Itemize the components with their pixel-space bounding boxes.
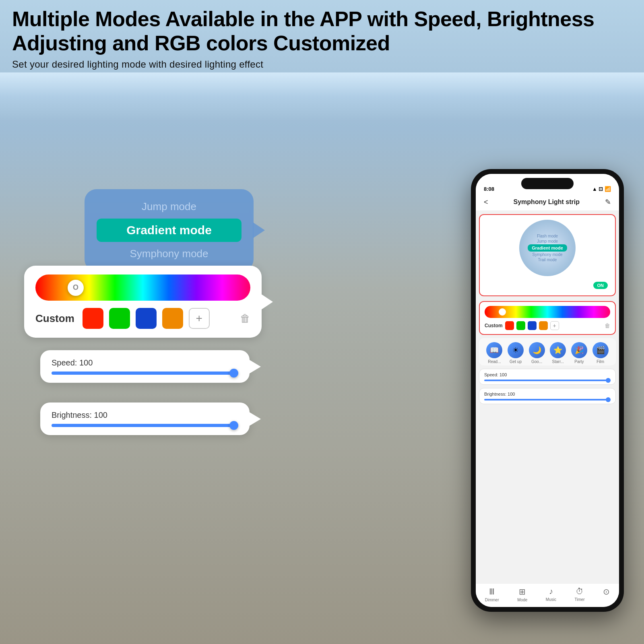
- phone-speed-label: Speed: 100: [484, 372, 611, 377]
- preset-getup-icon: ☀: [508, 342, 524, 358]
- speed-bubble: Speed: 100: [40, 350, 250, 383]
- phone-swatch-orange[interactable]: [539, 321, 548, 330]
- phone-speed-thumb[interactable]: [606, 378, 611, 383]
- header-subtitle: Set your desired lighting mode with desi…: [12, 59, 632, 70]
- phone-edit-button[interactable]: ✎: [605, 198, 611, 206]
- phone-screen: 8:08 ▲ ⊡ 📶 < Symphony Light strip ✎ Flas…: [476, 174, 619, 607]
- nav-timer[interactable]: ⏱ Timer: [575, 587, 585, 602]
- brightness-label: Brightness: 100: [52, 411, 238, 420]
- page-container: Multiple Modes Available in the APP with…: [0, 0, 644, 644]
- add-color-button[interactable]: +: [189, 308, 210, 329]
- preset-read[interactable]: 📖 Read...: [486, 342, 502, 364]
- dimmer-icon: Ⅲ: [489, 587, 495, 597]
- phone-nav-bar: < Symphony Light strip ✎: [476, 194, 619, 211]
- dimmer-label: Dimmer: [485, 598, 499, 602]
- phone-swatch-blue[interactable]: [528, 321, 537, 330]
- nav-mode[interactable]: ⊞ Mode: [517, 587, 527, 602]
- timer-label: Timer: [575, 597, 585, 602]
- preset-party-icon: 🎉: [571, 342, 587, 358]
- mode-icon: ⊞: [519, 587, 526, 597]
- ceiling-light: [0, 72, 644, 121]
- preset-star[interactable]: ⭐ Starr...: [550, 342, 566, 364]
- timer-icon: ⏱: [576, 587, 584, 596]
- mode-item-gradient[interactable]: Gradient mode: [97, 219, 242, 242]
- phone-speed-slider[interactable]: [484, 380, 611, 381]
- phone-presets-row: 📖 Read... ☀ Get up 🌙 Goo... ⭐ Starr... 🎉: [479, 338, 616, 365]
- preset-getup-label: Get up: [510, 359, 522, 364]
- color-gradient-bar[interactable]: [35, 275, 250, 301]
- color-swatch-blue[interactable]: [136, 308, 157, 329]
- speed-label: Speed: 100: [52, 358, 238, 367]
- phone-custom-row: Custom + 🗑: [485, 321, 610, 330]
- phone-swatch-green[interactable]: [516, 321, 525, 330]
- preset-party[interactable]: 🎉 Party: [571, 342, 587, 364]
- delete-color-button[interactable]: 🗑: [240, 312, 250, 325]
- header-section: Multiple Modes Available in the APP with…: [12, 7, 632, 70]
- preset-film-icon: 🎬: [592, 342, 609, 358]
- mode-label: Mode: [517, 598, 527, 602]
- phone-brightness-label: Brightness: 100: [484, 392, 611, 396]
- phone-mockup: 8:08 ▲ ⊡ 📶 < Symphony Light strip ✎ Flas…: [471, 169, 624, 612]
- phone-time: 8:08: [484, 186, 494, 192]
- phone-signal: ▲ ⊡ 📶: [592, 186, 611, 192]
- custom-color-row: Custom + 🗑: [35, 308, 250, 329]
- wheel-symphony[interactable]: Symphony mode: [532, 252, 562, 257]
- wheel-flash[interactable]: Flash mode: [537, 234, 558, 238]
- color-swatch-green[interactable]: [109, 308, 130, 329]
- nav-extra[interactable]: ⊙: [603, 587, 610, 602]
- preset-night[interactable]: 🌙 Goo...: [529, 342, 545, 364]
- phone-notch: [521, 178, 574, 189]
- phone-on-toggle[interactable]: ON: [485, 280, 610, 291]
- wheel-gradient[interactable]: Gradient mode: [528, 244, 567, 252]
- phone-brightness-section: Brightness: 100: [479, 388, 616, 404]
- brightness-slider[interactable]: [52, 424, 238, 427]
- preset-read-icon: 📖: [486, 342, 502, 358]
- phone-delete-button[interactable]: 🗑: [605, 322, 610, 329]
- speed-slider-thumb[interactable]: [229, 369, 238, 378]
- phone-color-handle[interactable]: [499, 308, 506, 316]
- phone-brightness-thumb[interactable]: [606, 397, 611, 402]
- phone-mode-section: Flash mode Jump mode Gradient mode Symph…: [479, 214, 616, 296]
- header-title: Multiple Modes Available in the APP with…: [12, 7, 632, 56]
- phone-bottom-nav: Ⅲ Dimmer ⊞ Mode ♪ Music ⏱ Timer ⊙: [476, 583, 619, 607]
- mode-item-jump[interactable]: Jump mode: [97, 197, 242, 216]
- phone-brightness-slider[interactable]: [484, 399, 611, 400]
- brightness-bubble: Brightness: 100: [40, 402, 250, 435]
- preset-film[interactable]: 🎬 Film: [592, 342, 609, 364]
- wheel-jump[interactable]: Jump mode: [537, 239, 558, 244]
- phone-color-bar[interactable]: [485, 306, 610, 318]
- mode-bubble: Jump mode Gradient mode Symphony mode: [85, 189, 254, 271]
- color-picker-handle[interactable]: [68, 280, 84, 296]
- preset-star-icon: ⭐: [550, 342, 566, 358]
- phone-swatch-red[interactable]: [505, 321, 514, 330]
- phone-color-section: Custom + 🗑: [479, 301, 616, 335]
- preset-getup[interactable]: ☀ Get up: [508, 342, 524, 364]
- phone-speed-section: Speed: 100: [479, 369, 616, 385]
- mode-item-symphony[interactable]: Symphony mode: [97, 244, 242, 263]
- phone-mode-wheel[interactable]: Flash mode Jump mode Gradient mode Symph…: [519, 220, 576, 276]
- phone-custom-label: Custom: [485, 323, 503, 328]
- preset-night-label: Goo...: [531, 359, 542, 364]
- nav-music[interactable]: ♪ Music: [546, 587, 556, 602]
- color-swatch-red[interactable]: [83, 308, 103, 329]
- preset-star-label: Starr...: [552, 359, 564, 364]
- phone-back-button[interactable]: <: [484, 198, 488, 206]
- phone-nav-title: Symphony Light strip: [514, 198, 580, 206]
- preset-read-label: Read...: [488, 359, 501, 364]
- phone-add-button[interactable]: +: [550, 321, 559, 330]
- brightness-slider-thumb[interactable]: [229, 421, 238, 430]
- speed-slider[interactable]: [52, 372, 238, 375]
- preset-party-label: Party: [574, 359, 584, 364]
- color-picker-bubble: Custom + 🗑: [24, 266, 262, 338]
- preset-night-icon: 🌙: [529, 342, 545, 358]
- music-icon: ♪: [549, 587, 553, 596]
- music-label: Music: [546, 597, 556, 602]
- custom-label: Custom: [35, 312, 74, 325]
- toggle-button[interactable]: ON: [593, 282, 608, 289]
- color-swatch-orange[interactable]: [162, 308, 183, 329]
- wheel-trail[interactable]: Trail mode: [538, 258, 557, 262]
- extra-icon: ⊙: [603, 587, 610, 597]
- nav-dimmer[interactable]: Ⅲ Dimmer: [485, 587, 499, 602]
- preset-film-label: Film: [597, 359, 604, 364]
